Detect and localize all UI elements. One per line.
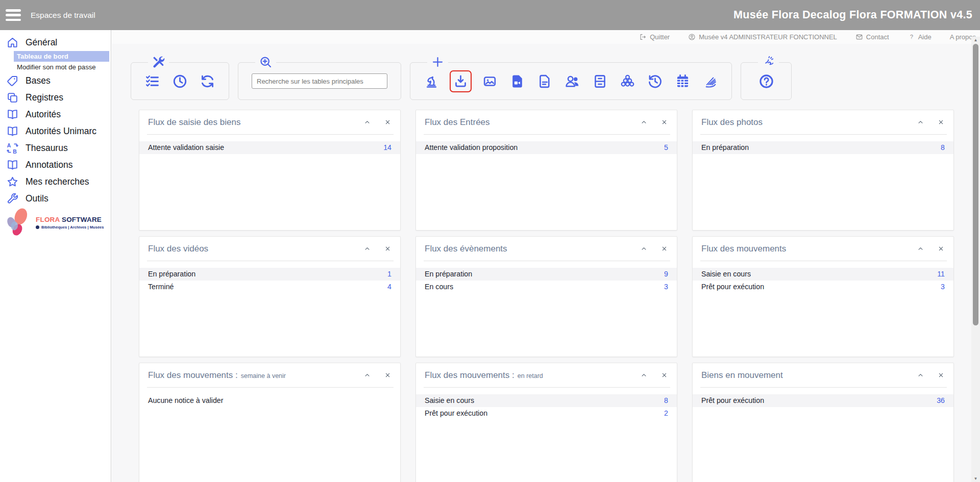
sheets-button[interactable] (702, 73, 718, 89)
open-book-icon (6, 125, 19, 138)
collapse-card-button[interactable] (363, 371, 371, 379)
card-row[interactable]: Terminé4 (139, 281, 400, 293)
card-row[interactable]: Saisie en cours8 (416, 394, 677, 407)
cabinet-icon (592, 73, 608, 89)
knight-button[interactable] (424, 73, 439, 89)
card-row-count[interactable]: 8 (941, 143, 945, 151)
card-row-count[interactable]: 1 (387, 270, 391, 278)
collapse-card-button[interactable] (640, 245, 648, 252)
card-row-count[interactable]: 11 (937, 270, 945, 278)
close-card-button[interactable] (937, 118, 945, 126)
close-card-button[interactable] (660, 371, 668, 379)
collapse-card-button[interactable] (917, 371, 924, 379)
chevron-up-icon (917, 118, 924, 126)
question-circle-icon (758, 73, 774, 89)
collapse-card-button[interactable] (917, 118, 924, 126)
sidebar-item-tableau-de-bord[interactable]: Tableau de bord (14, 51, 109, 62)
card-row-count[interactable]: 8 (664, 396, 668, 404)
sidebar-item-label: Thesaurus (26, 143, 68, 154)
clock-button[interactable] (172, 73, 188, 89)
close-card-button[interactable] (937, 245, 945, 252)
card-row[interactable]: Attente validation proposition5 (416, 141, 677, 154)
card-row-count[interactable]: 3 (941, 283, 945, 291)
sidebar-item-annotations[interactable]: Annotations (0, 157, 111, 173)
card-row[interactable]: Attente validation saisie14 (139, 141, 400, 154)
registers-icon (6, 91, 19, 104)
sidebar-item-modifier-mot-de-passe[interactable]: Modifier son mot de passe (14, 62, 109, 72)
sidebar-item-autorites-unimarc[interactable]: Autorités Unimarc (0, 123, 111, 140)
card-row-count[interactable]: 4 (387, 283, 391, 291)
close-card-button[interactable] (660, 245, 668, 252)
sidebar-item-general[interactable]: Général (0, 34, 111, 51)
cluster-button[interactable] (620, 73, 635, 89)
collapse-card-button[interactable] (363, 245, 371, 252)
collapse-card-button[interactable] (917, 245, 924, 252)
card-row-count[interactable]: 14 (383, 143, 391, 151)
card-row[interactable]: En cours3 (416, 281, 677, 293)
card-row[interactable]: Prêt pour exécution3 (693, 281, 953, 293)
sidebar-item-label: Mes recherches (26, 176, 89, 187)
checklist-button[interactable] (144, 73, 160, 89)
card-body: En préparation9En cours3 (416, 261, 677, 293)
close-card-button[interactable] (937, 371, 945, 379)
userbar-item-quitter[interactable]: Quitter (639, 33, 670, 41)
dashboard-card: Flux des photosEn préparation8 (692, 110, 954, 231)
card-row-label: En préparation (701, 143, 749, 151)
card-row-count[interactable]: 5 (664, 143, 668, 151)
close-card-button[interactable] (384, 371, 391, 379)
import-button[interactable] (450, 70, 472, 92)
document-button[interactable] (537, 73, 553, 89)
sidebar-item-thesaurus[interactable]: ABThesaurus (0, 140, 111, 157)
card-row[interactable]: En préparation9 (416, 268, 677, 281)
card-row-count[interactable]: 36 (937, 396, 945, 404)
card-row[interactable]: En préparation8 (693, 141, 953, 154)
logo-text: FLORA SOFTWARE Bibliothèques | Archives … (36, 216, 104, 230)
dashboard-card: Flux des mouvementsSaisie en cours11Prêt… (692, 236, 954, 357)
collapse-card-button[interactable] (640, 118, 648, 126)
card-row-count[interactable]: 2 (664, 409, 668, 417)
people-button[interactable] (565, 73, 580, 89)
vertical-scrollbar[interactable]: ▲ ▼ (971, 37, 980, 482)
card-row[interactable]: Saisie en cours11 (693, 268, 953, 281)
card-row[interactable]: En préparation1 (139, 268, 400, 281)
sidebar-item-bases[interactable]: Bases (0, 72, 111, 89)
card-controls (363, 371, 391, 379)
history-button[interactable] (647, 73, 663, 89)
sidebar-item-registres[interactable]: Registres (0, 89, 111, 106)
sidebar-item-label: Registres (26, 92, 63, 103)
cabinet-button[interactable] (592, 73, 608, 89)
scrollbar-thumb[interactable] (973, 44, 978, 325)
collapse-card-button[interactable] (640, 371, 648, 379)
userbar-item-label: Quitter (650, 33, 670, 41)
dashboard-card: Flux des EntréesAttente validation propo… (415, 110, 677, 231)
card-row[interactable]: Prêt pour exécution36 (693, 394, 953, 407)
close-icon (937, 371, 945, 379)
sidebar-item-autorites[interactable]: Autorités (0, 106, 111, 123)
userbar-item-aide[interactable]: ?Aide (908, 33, 932, 41)
userbar-item-contact[interactable]: Contact (855, 33, 889, 41)
card-row-count[interactable]: 9 (664, 270, 668, 278)
refresh-button[interactable] (200, 73, 215, 89)
history-icon (647, 73, 663, 89)
card-row[interactable]: Prêt pour exécution2 (416, 407, 677, 420)
main-content: Flux de saisie des biensAttente validati… (112, 44, 980, 482)
video-button[interactable] (509, 73, 525, 89)
card-body: En préparation1Terminé4 (139, 261, 400, 293)
close-card-button[interactable] (660, 118, 668, 126)
close-card-button[interactable] (384, 245, 391, 252)
userbar-item-user[interactable]: Musée v4 ADMINISTRATEUR FONCTIONNEL (688, 33, 837, 41)
scroll-down-arrow-icon[interactable]: ▼ (971, 475, 980, 482)
toolbar (131, 62, 792, 100)
sidebar-item-outils[interactable]: Outils (0, 190, 111, 207)
sidebar-item-mes-recherches[interactable]: Mes recherches (0, 173, 111, 190)
calendar-button[interactable] (675, 73, 691, 89)
question-button[interactable] (758, 73, 774, 89)
hamburger-menu-icon[interactable] (6, 9, 21, 21)
scroll-up-arrow-icon[interactable]: ▲ (971, 37, 980, 43)
close-card-button[interactable] (384, 118, 391, 126)
collapse-card-button[interactable] (363, 118, 371, 126)
card-row-count[interactable]: 3 (664, 283, 668, 291)
search-input[interactable] (252, 73, 387, 89)
card-header: Flux des photos (693, 110, 953, 134)
image-button[interactable] (482, 73, 498, 89)
